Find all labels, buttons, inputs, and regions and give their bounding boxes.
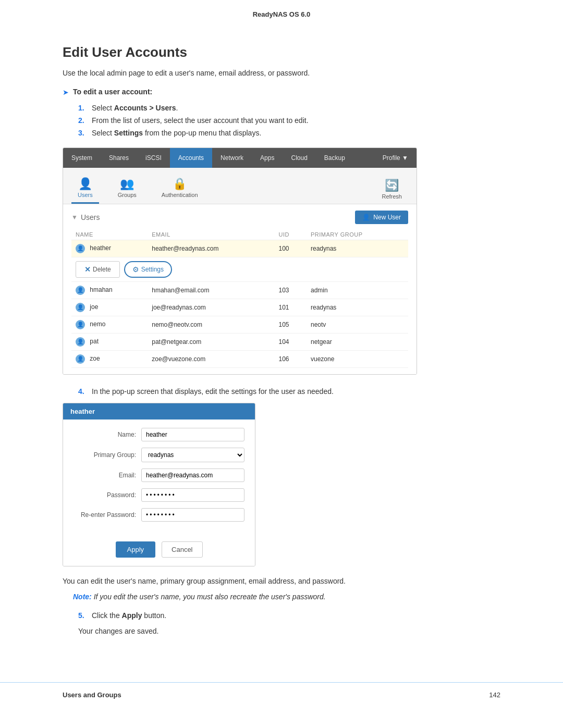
step-4-num: 4.	[78, 387, 88, 396]
step-2-text: From the list of users, select the user …	[92, 116, 309, 125]
user-name: joe	[90, 303, 98, 311]
nav-backup[interactable]: Backup	[316, 148, 353, 168]
popup-row: ✕ Delete ⚙ Settings	[71, 257, 408, 282]
nav-shares[interactable]: Shares	[101, 148, 137, 168]
user-avatar: 👤	[76, 354, 85, 364]
nav-apps[interactable]: Apps	[252, 148, 283, 168]
note-content: If you edit the user's name, you must al…	[94, 593, 326, 601]
footer-page-number: 142	[489, 691, 500, 699]
page-header: ReadyNAS OS 6.0	[0, 0, 563, 23]
subbar-refresh-label: Refresh	[382, 193, 402, 200]
input-name[interactable]	[141, 428, 244, 441]
table-row[interactable]: 👤 zoe zoe@vuezone.com 106 vuezone	[71, 351, 408, 368]
dialog-screenshot: heather Name: Primary Group: readynas Em…	[63, 403, 255, 566]
page-footer: Users and Groups 142	[0, 682, 563, 707]
subbar-auth-label: Authentication	[162, 192, 198, 198]
user-group-cell: netgear	[307, 334, 408, 351]
note-text: Note: If you edit the user's name, you m…	[73, 593, 500, 601]
user-uid-cell: 103	[275, 282, 307, 299]
nav-cloud[interactable]: Cloud	[283, 148, 315, 168]
input-email[interactable]	[141, 468, 244, 482]
user-name: pat	[90, 338, 99, 345]
form-row-password: Password:	[74, 488, 244, 502]
gear-icon: ⚙	[132, 265, 139, 274]
apply-button[interactable]: Apply	[116, 541, 156, 558]
nav-iscsi[interactable]: iSCSI	[137, 148, 170, 168]
users-icon: 👤	[78, 177, 92, 191]
footer-section-label: Users and Groups	[63, 691, 121, 699]
nav-accounts[interactable]: Accounts	[170, 148, 212, 168]
subbar-groups-label: Groups	[118, 192, 137, 198]
user-avatar: 👤	[76, 337, 85, 347]
settings-label: Settings	[141, 266, 164, 273]
settings-button[interactable]: ⚙ Settings	[124, 261, 172, 278]
note-box: Note: If you edit the user's name, you m…	[73, 593, 500, 601]
user-group-cell: readynas	[307, 240, 408, 257]
subbar-authentication[interactable]: 🔒 Authentication	[155, 173, 204, 204]
col-primary-group: PRIMARY GROUP	[307, 229, 408, 240]
form-row-repassword: Re-enter Password:	[74, 508, 244, 522]
popup-cell: ✕ Delete ⚙ Settings	[71, 257, 408, 282]
nav-network[interactable]: Network	[212, 148, 252, 168]
new-user-icon: 👤	[362, 214, 370, 221]
user-avatar: 👤	[76, 303, 85, 312]
select-primary-group[interactable]: readynas	[141, 448, 244, 462]
page-title: Edit User Accounts	[63, 44, 500, 60]
user-email-cell: zoe@vuezone.com	[148, 351, 274, 368]
user-uid-cell: 105	[275, 316, 307, 334]
subbar-groups[interactable]: 👥 Groups	[112, 173, 143, 204]
cancel-button[interactable]: Cancel	[162, 541, 202, 558]
nas-subbar: 👤 Users 👥 Groups 🔒 Authentication 🔄 Refr…	[63, 168, 417, 204]
table-row[interactable]: 👤 nemo nemo@neotv.com 105 neotv	[71, 316, 408, 334]
step4-list: 4. In the pop-up screen that displays, e…	[78, 387, 500, 396]
table-row[interactable]: 👤 heather heather@readynas.com 100 ready…	[71, 240, 408, 257]
step-3-text: Select Settings from the pop-up menu tha…	[92, 129, 261, 137]
collapse-arrow-icon: ▼	[71, 214, 78, 221]
step-3: 3. Select Settings from the pop-up menu …	[78, 129, 500, 137]
table-row[interactable]: 👤 hmahan hmahan@email.com 103 admin	[71, 282, 408, 299]
task-title: To edit a user account:	[73, 88, 152, 96]
new-user-button[interactable]: 👤 New User	[355, 211, 408, 224]
user-avatar: 👤	[76, 286, 85, 295]
user-group-cell: neotv	[307, 316, 408, 334]
user-uid-cell: 100	[275, 240, 307, 257]
subbar-users[interactable]: 👤 Users	[71, 173, 99, 204]
nas-users-header: ▼ Users 👤 New User	[71, 211, 408, 224]
user-name-cell: 👤 zoe	[71, 351, 148, 368]
delete-button[interactable]: ✕ Delete	[76, 261, 120, 278]
intro-text: Use the local admin page to edit a user'…	[63, 69, 500, 77]
nav-profile[interactable]: Profile ▼	[374, 148, 417, 168]
page-content: Edit User Accounts Use the local admin p…	[0, 23, 563, 682]
nas-body: ▼ Users 👤 New User NAME EMAIL UID PRIMAR…	[63, 204, 417, 374]
user-name: nemo	[90, 320, 105, 328]
step-1: 1. Select Accounts > Users.	[78, 104, 500, 112]
input-repassword[interactable]	[141, 508, 244, 522]
user-uid-cell: 106	[275, 351, 307, 368]
subbar-refresh[interactable]: 🔄 Refresh	[375, 175, 408, 204]
step-1-num: 1.	[78, 104, 88, 112]
auth-icon: 🔒	[173, 177, 187, 191]
user-avatar: 👤	[76, 244, 85, 253]
user-group-cell: admin	[307, 282, 408, 299]
users-section-title: Users	[81, 213, 100, 221]
table-row[interactable]: 👤 joe joe@readynas.com 101 readynas	[71, 299, 408, 316]
label-repassword: Re-enter Password:	[74, 511, 136, 519]
nas-screenshot: System Shares iSCSI Accounts Network App…	[63, 147, 417, 375]
user-email-cell: joe@readynas.com	[148, 299, 274, 316]
step-2-num: 2.	[78, 116, 88, 125]
popup-buttons: ✕ Delete ⚙ Settings	[76, 261, 404, 278]
step-4-text: In the pop-up screen that displays, edit…	[92, 387, 334, 396]
input-password[interactable]	[141, 488, 244, 502]
user-name-cell: 👤 joe	[71, 299, 148, 316]
refresh-icon: 🔄	[385, 179, 399, 192]
label-email: Email:	[74, 472, 136, 479]
col-uid: UID	[275, 229, 307, 240]
user-name: hmahan	[90, 286, 112, 293]
step-5: 5. Click the Apply button.	[78, 611, 500, 623]
user-uid-cell: 101	[275, 299, 307, 316]
user-email-cell: hmahan@email.com	[148, 282, 274, 299]
user-email-cell: nemo@neotv.com	[148, 316, 274, 334]
step-1-text: Select Accounts > Users.	[92, 104, 178, 112]
table-row[interactable]: 👤 pat pat@netgear.com 104 netgear	[71, 334, 408, 351]
nav-system[interactable]: System	[63, 148, 101, 168]
